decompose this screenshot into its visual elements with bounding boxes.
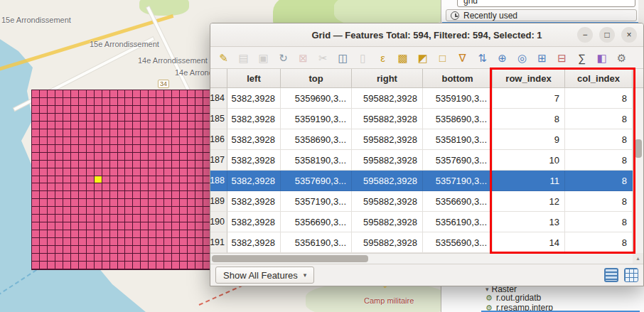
table-cell: 8: [565, 171, 633, 191]
grid-cell: [95, 246, 102, 254]
row-number[interactable]: 184: [210, 88, 227, 109]
row-number[interactable]: 188: [210, 171, 227, 191]
paste-features-icon[interactable]: ▯: [354, 49, 372, 66]
deselect-all-icon[interactable]: □: [434, 49, 451, 66]
close-button[interactable]: ×: [621, 27, 637, 43]
grid-cell: [110, 161, 118, 168]
table-row[interactable]: 1885382,39285357690,3...595882,392853571…: [210, 171, 643, 191]
toolbox-item-r-out-gridatb[interactable]: ⚙ r.out.gridatb: [485, 293, 541, 303]
grid-cell: [102, 207, 110, 215]
toolbox-search-input[interactable]: grid: [457, 0, 635, 7]
field-calculator-icon[interactable]: ∑: [573, 49, 591, 66]
multi-edit-mode-icon[interactable]: ▤: [235, 49, 252, 66]
grid-cell: [118, 262, 126, 269]
toolbox-recently-used-group[interactable]: Recently used: [446, 9, 637, 21]
reload-table-icon[interactable]: ↻: [274, 49, 292, 66]
grid-cell: [118, 114, 126, 122]
zoom-to-selection-icon[interactable]: ◎: [513, 49, 531, 66]
table-row[interactable]: 1845382,39285359690,3...595882,392853591…: [210, 88, 643, 109]
delete-field-icon[interactable]: ⊟: [553, 49, 571, 66]
table-row[interactable]: 1875382,39285358190,3...595882,392853576…: [210, 150, 643, 171]
row-number[interactable]: 189: [210, 191, 227, 212]
table-view-button[interactable]: [624, 268, 638, 282]
row-number[interactable]: 190: [210, 212, 227, 232]
toolbox-search-value: grid: [463, 0, 478, 6]
expander-icon[interactable]: ▾: [485, 286, 489, 293]
grid-cell: [95, 137, 102, 145]
cut-features-icon[interactable]: ✂: [314, 49, 332, 66]
grid-cell: [87, 161, 95, 168]
column-header-left[interactable]: left: [227, 69, 281, 87]
table-cell: 8: [493, 109, 565, 129]
grid-cell: [102, 183, 110, 191]
select-all-icon[interactable]: ▩: [394, 49, 412, 66]
chevron-down-icon: ▾: [304, 271, 307, 279]
feature-filter-label: Show All Features: [223, 270, 298, 281]
pan-to-selection-icon[interactable]: ⊕: [493, 49, 511, 66]
select-by-expression-icon[interactable]: ε: [374, 49, 392, 66]
delete-selected-icon[interactable]: ⊠: [294, 49, 312, 66]
row-number-header[interactable]: [210, 69, 227, 87]
minimize-button[interactable]: −: [577, 27, 593, 43]
move-selection-to-top-icon[interactable]: ⇅: [473, 49, 491, 66]
column-header-right[interactable]: right: [352, 69, 423, 87]
grid-cell: [149, 262, 156, 269]
scrollbar-corner: ▴: [633, 253, 643, 264]
table-cell: 8: [565, 150, 633, 171]
column-header-col_index[interactable]: col_index: [565, 69, 633, 87]
grid-cell: [195, 199, 203, 207]
save-edits-icon[interactable]: ▣: [254, 49, 272, 66]
toggle-editing-icon[interactable]: ✎: [215, 49, 232, 66]
row-number[interactable]: 191: [210, 232, 227, 253]
grid-cell: [95, 183, 102, 191]
window-titlebar[interactable]: Grid — Features Total: 594, Filtered: 59…: [210, 23, 643, 47]
scrollbar-thumb[interactable]: [635, 139, 642, 158]
column-header-bottom[interactable]: bottom: [423, 69, 493, 87]
grid-cell: [180, 176, 188, 184]
table-row[interactable]: 1915382,39285356190,3...595882,392853556…: [210, 232, 643, 253]
feature-filter-button[interactable]: Show All Features ▾: [215, 267, 314, 284]
grid-cell: [79, 129, 87, 137]
new-field-icon[interactable]: ⊞: [533, 49, 551, 66]
grid-cell: [118, 90, 126, 98]
grid-cell: [125, 106, 133, 114]
table-cell: 5356690,3...: [423, 191, 493, 212]
grid-cell: [180, 145, 188, 153]
grid-cell: [63, 199, 71, 207]
toolbox-scrollbar[interactable]: [638, 0, 644, 23]
table-row[interactable]: 1905382,39285356690,3...595882,392853561…: [210, 212, 643, 232]
grid-cell: [195, 191, 203, 199]
form-view-button[interactable]: [604, 268, 618, 282]
dock-attribute-table-icon[interactable]: ⚙: [613, 49, 630, 66]
maximize-button[interactable]: □: [599, 27, 615, 43]
copy-features-icon[interactable]: ◫: [334, 49, 352, 66]
row-number[interactable]: 185: [210, 109, 227, 129]
table-cell: 14: [493, 232, 565, 253]
table-row[interactable]: 1865382,39285358690,3...595882,392853581…: [210, 129, 643, 150]
table-header-row: lefttoprightbottomrow_indexcol_index: [210, 69, 643, 88]
grid-cell: [71, 222, 79, 230]
grid-cell: [149, 207, 156, 215]
grid-cell: [180, 106, 188, 114]
row-number[interactable]: 187: [210, 150, 227, 171]
filter-select-by-form-icon[interactable]: ∇: [454, 49, 471, 66]
grid-cell: [149, 230, 156, 238]
table-row[interactable]: 1855382,39285359190,3...595882,392853586…: [210, 109, 643, 129]
grid-cell: [110, 106, 118, 114]
grid-cell: [125, 262, 133, 269]
column-header-row_index[interactable]: row_index: [493, 69, 565, 87]
grid-cell: [63, 254, 71, 262]
grid-cell: [110, 254, 118, 262]
grid-cell: [180, 161, 188, 168]
row-number[interactable]: 186: [210, 129, 227, 150]
scrollbar-thumb[interactable]: [212, 255, 368, 262]
grid-cell: [48, 168, 55, 176]
conditional-formatting-icon[interactable]: ◧: [593, 49, 611, 66]
column-header-top[interactable]: top: [281, 69, 352, 87]
horizontal-scrollbar[interactable]: [210, 253, 633, 264]
vertical-scrollbar[interactable]: [633, 88, 643, 253]
grid-cell: [195, 98, 203, 106]
invert-selection-icon[interactable]: ◩: [414, 49, 431, 66]
table-row[interactable]: 1895382,39285357190,3...595882,392853566…: [210, 191, 643, 212]
grid-cell: [95, 161, 102, 168]
